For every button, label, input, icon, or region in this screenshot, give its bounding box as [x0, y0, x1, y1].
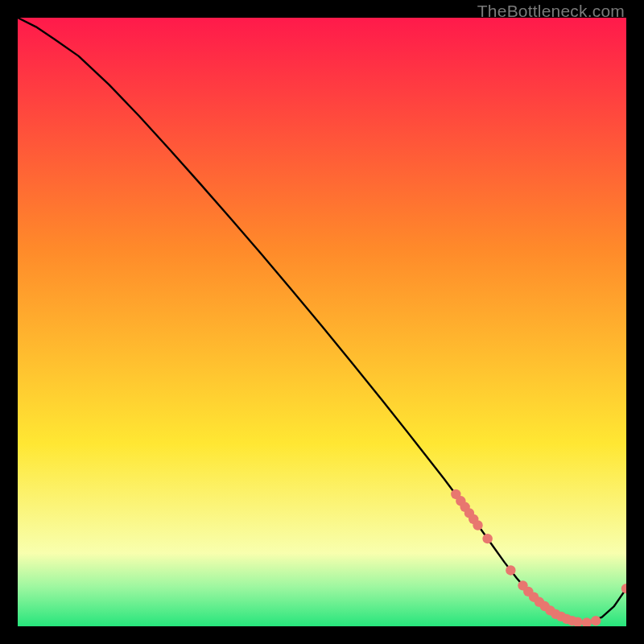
plot-area — [18, 18, 626, 626]
data-marker — [621, 584, 626, 593]
data-marker — [482, 534, 492, 543]
bottleneck-curve — [18, 18, 626, 622]
chart-svg — [18, 18, 626, 626]
data-marker — [506, 565, 515, 575]
chart-stage: TheBottleneck.com — [0, 0, 644, 644]
data-marker — [591, 616, 601, 625]
data-marker — [473, 520, 482, 530]
data-marker — [582, 617, 592, 626]
